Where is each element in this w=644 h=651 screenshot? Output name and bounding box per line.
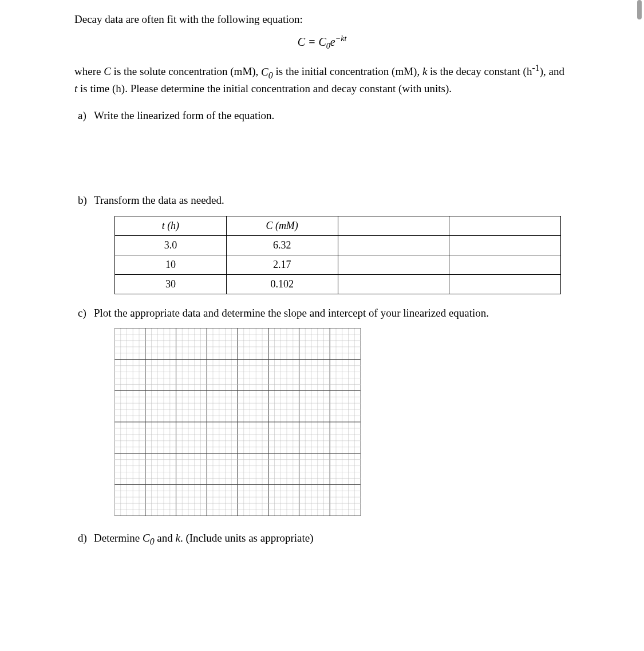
plot-grid	[114, 328, 570, 516]
part-d: d) Determine C0 and k. (Include units as…	[74, 531, 570, 547]
part-b-text: Transform the data as needed.	[94, 193, 570, 208]
part-a-label: a)	[74, 108, 94, 123]
part-a: a) Write the linearized form of the equa…	[74, 108, 570, 123]
part-d-text: Determine C0 and k. (Include units as ap…	[94, 531, 570, 547]
part-c: c) Plot the appropriate data and determi…	[74, 306, 570, 321]
part-b-label: b)	[74, 193, 94, 208]
th-col3	[338, 216, 449, 235]
decay-equation: C = C0e−kt	[74, 34, 570, 52]
graph-paper	[114, 328, 361, 516]
data-table: t (h) C (mM) 3.0 6.32 10 2.17 30 0.102	[114, 216, 561, 294]
table-header-row: t (h) C (mM)	[115, 216, 561, 235]
part-a-text: Write the linearized form of the equatio…	[94, 108, 570, 123]
th-time: t (h)	[115, 216, 227, 235]
part-c-text: Plot the appropriate data and determine …	[94, 306, 570, 321]
part-b: b) Transform the data as needed.	[74, 193, 570, 208]
part-d-label: d)	[74, 531, 94, 547]
intro-text: Decay data are often fit with the follow…	[74, 12, 570, 27]
th-col4	[449, 216, 561, 235]
table-row: 30 0.102	[115, 274, 561, 294]
vertical-scrollbar[interactable]	[637, 0, 642, 19]
table-row: 10 2.17	[115, 255, 561, 274]
th-concentration: C (mM)	[226, 216, 338, 235]
equation-description: where C is the solute concentration (mM)…	[74, 62, 570, 96]
part-c-label: c)	[74, 306, 94, 321]
table-row: 3.0 6.32	[115, 235, 561, 255]
